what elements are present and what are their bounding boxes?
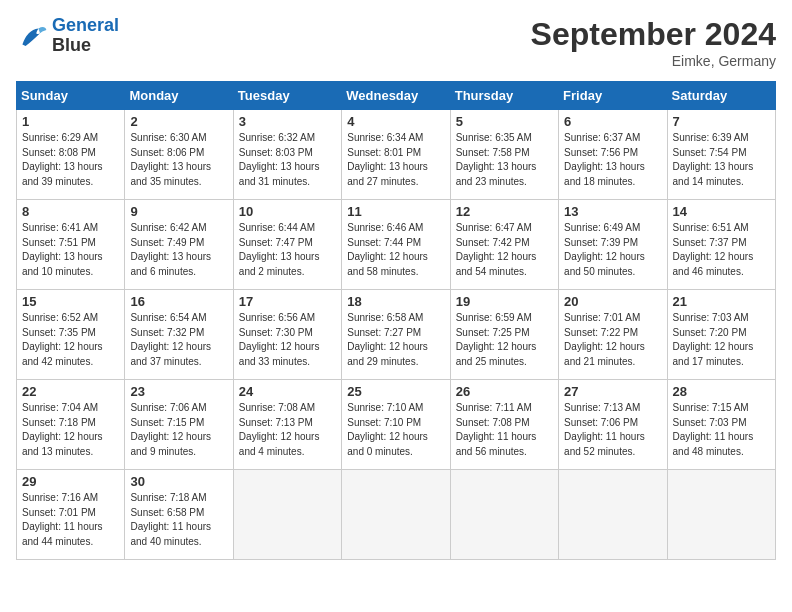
weekday-header-row: Sunday Monday Tuesday Wednesday Thursday…: [17, 82, 776, 110]
day-cell: 10 Sunrise: 6:44 AM Sunset: 7:47 PM Dayl…: [233, 200, 341, 290]
day-number: 9: [130, 204, 227, 219]
day-info: Sunrise: 6:32 AM Sunset: 8:03 PM Dayligh…: [239, 131, 336, 189]
header-thursday: Thursday: [450, 82, 558, 110]
day-info: Sunrise: 6:35 AM Sunset: 7:58 PM Dayligh…: [456, 131, 553, 189]
day-cell: 27 Sunrise: 7:13 AM Sunset: 7:06 PM Dayl…: [559, 380, 667, 470]
empty-cell: [233, 470, 341, 560]
header-monday: Monday: [125, 82, 233, 110]
day-number: 26: [456, 384, 553, 399]
calendar-row: 1 Sunrise: 6:29 AM Sunset: 8:08 PM Dayli…: [17, 110, 776, 200]
day-cell: 24 Sunrise: 7:08 AM Sunset: 7:13 PM Dayl…: [233, 380, 341, 470]
day-cell: 20 Sunrise: 7:01 AM Sunset: 7:22 PM Dayl…: [559, 290, 667, 380]
day-cell: 5 Sunrise: 6:35 AM Sunset: 7:58 PM Dayli…: [450, 110, 558, 200]
day-info: Sunrise: 7:11 AM Sunset: 7:08 PM Dayligh…: [456, 401, 553, 459]
day-number: 10: [239, 204, 336, 219]
day-cell: 23 Sunrise: 7:06 AM Sunset: 7:15 PM Dayl…: [125, 380, 233, 470]
day-number: 25: [347, 384, 444, 399]
day-info: Sunrise: 7:01 AM Sunset: 7:22 PM Dayligh…: [564, 311, 661, 369]
day-info: Sunrise: 6:56 AM Sunset: 7:30 PM Dayligh…: [239, 311, 336, 369]
page-header: General Blue September 2024 Eimke, Germa…: [16, 16, 776, 69]
day-number: 13: [564, 204, 661, 219]
day-number: 11: [347, 204, 444, 219]
day-cell: 16 Sunrise: 6:54 AM Sunset: 7:32 PM Dayl…: [125, 290, 233, 380]
empty-cell: [342, 470, 450, 560]
empty-cell: [450, 470, 558, 560]
day-info: Sunrise: 6:29 AM Sunset: 8:08 PM Dayligh…: [22, 131, 119, 189]
day-cell: 25 Sunrise: 7:10 AM Sunset: 7:10 PM Dayl…: [342, 380, 450, 470]
day-number: 24: [239, 384, 336, 399]
calendar-row: 29 Sunrise: 7:16 AM Sunset: 7:01 PM Dayl…: [17, 470, 776, 560]
day-number: 14: [673, 204, 770, 219]
day-info: Sunrise: 6:54 AM Sunset: 7:32 PM Dayligh…: [130, 311, 227, 369]
day-info: Sunrise: 6:49 AM Sunset: 7:39 PM Dayligh…: [564, 221, 661, 279]
day-number: 12: [456, 204, 553, 219]
empty-cell: [559, 470, 667, 560]
header-friday: Friday: [559, 82, 667, 110]
day-info: Sunrise: 6:41 AM Sunset: 7:51 PM Dayligh…: [22, 221, 119, 279]
location-subtitle: Eimke, Germany: [531, 53, 776, 69]
day-number: 8: [22, 204, 119, 219]
day-number: 5: [456, 114, 553, 129]
day-cell: 29 Sunrise: 7:16 AM Sunset: 7:01 PM Dayl…: [17, 470, 125, 560]
day-info: Sunrise: 6:37 AM Sunset: 7:56 PM Dayligh…: [564, 131, 661, 189]
day-info: Sunrise: 7:10 AM Sunset: 7:10 PM Dayligh…: [347, 401, 444, 459]
day-info: Sunrise: 6:52 AM Sunset: 7:35 PM Dayligh…: [22, 311, 119, 369]
day-number: 17: [239, 294, 336, 309]
day-cell: 12 Sunrise: 6:47 AM Sunset: 7:42 PM Dayl…: [450, 200, 558, 290]
month-title: September 2024: [531, 16, 776, 53]
day-info: Sunrise: 6:34 AM Sunset: 8:01 PM Dayligh…: [347, 131, 444, 189]
day-info: Sunrise: 6:39 AM Sunset: 7:54 PM Dayligh…: [673, 131, 770, 189]
day-info: Sunrise: 6:46 AM Sunset: 7:44 PM Dayligh…: [347, 221, 444, 279]
empty-cell: [667, 470, 775, 560]
day-number: 3: [239, 114, 336, 129]
day-cell: 17 Sunrise: 6:56 AM Sunset: 7:30 PM Dayl…: [233, 290, 341, 380]
day-number: 21: [673, 294, 770, 309]
header-wednesday: Wednesday: [342, 82, 450, 110]
day-cell: 6 Sunrise: 6:37 AM Sunset: 7:56 PM Dayli…: [559, 110, 667, 200]
day-info: Sunrise: 6:30 AM Sunset: 8:06 PM Dayligh…: [130, 131, 227, 189]
day-info: Sunrise: 7:16 AM Sunset: 7:01 PM Dayligh…: [22, 491, 119, 549]
day-info: Sunrise: 6:59 AM Sunset: 7:25 PM Dayligh…: [456, 311, 553, 369]
day-number: 20: [564, 294, 661, 309]
day-number: 2: [130, 114, 227, 129]
day-number: 7: [673, 114, 770, 129]
day-number: 30: [130, 474, 227, 489]
day-number: 19: [456, 294, 553, 309]
day-cell: 13 Sunrise: 6:49 AM Sunset: 7:39 PM Dayl…: [559, 200, 667, 290]
day-cell: 18 Sunrise: 6:58 AM Sunset: 7:27 PM Dayl…: [342, 290, 450, 380]
day-info: Sunrise: 7:15 AM Sunset: 7:03 PM Dayligh…: [673, 401, 770, 459]
day-cell: 21 Sunrise: 7:03 AM Sunset: 7:20 PM Dayl…: [667, 290, 775, 380]
logo: General Blue: [16, 16, 119, 56]
day-info: Sunrise: 6:42 AM Sunset: 7:49 PM Dayligh…: [130, 221, 227, 279]
day-number: 4: [347, 114, 444, 129]
day-cell: 8 Sunrise: 6:41 AM Sunset: 7:51 PM Dayli…: [17, 200, 125, 290]
day-info: Sunrise: 7:18 AM Sunset: 6:58 PM Dayligh…: [130, 491, 227, 549]
day-cell: 2 Sunrise: 6:30 AM Sunset: 8:06 PM Dayli…: [125, 110, 233, 200]
day-number: 23: [130, 384, 227, 399]
header-saturday: Saturday: [667, 82, 775, 110]
day-info: Sunrise: 7:03 AM Sunset: 7:20 PM Dayligh…: [673, 311, 770, 369]
calendar-row: 15 Sunrise: 6:52 AM Sunset: 7:35 PM Dayl…: [17, 290, 776, 380]
day-info: Sunrise: 6:58 AM Sunset: 7:27 PM Dayligh…: [347, 311, 444, 369]
day-number: 28: [673, 384, 770, 399]
day-number: 22: [22, 384, 119, 399]
calendar-row: 8 Sunrise: 6:41 AM Sunset: 7:51 PM Dayli…: [17, 200, 776, 290]
day-cell: 26 Sunrise: 7:11 AM Sunset: 7:08 PM Dayl…: [450, 380, 558, 470]
day-cell: 4 Sunrise: 6:34 AM Sunset: 8:01 PM Dayli…: [342, 110, 450, 200]
day-info: Sunrise: 7:13 AM Sunset: 7:06 PM Dayligh…: [564, 401, 661, 459]
calendar-row: 22 Sunrise: 7:04 AM Sunset: 7:18 PM Dayl…: [17, 380, 776, 470]
day-number: 15: [22, 294, 119, 309]
day-number: 1: [22, 114, 119, 129]
day-cell: 9 Sunrise: 6:42 AM Sunset: 7:49 PM Dayli…: [125, 200, 233, 290]
day-info: Sunrise: 6:47 AM Sunset: 7:42 PM Dayligh…: [456, 221, 553, 279]
day-cell: 11 Sunrise: 6:46 AM Sunset: 7:44 PM Dayl…: [342, 200, 450, 290]
day-cell: 7 Sunrise: 6:39 AM Sunset: 7:54 PM Dayli…: [667, 110, 775, 200]
day-number: 27: [564, 384, 661, 399]
day-number: 6: [564, 114, 661, 129]
day-cell: 15 Sunrise: 6:52 AM Sunset: 7:35 PM Dayl…: [17, 290, 125, 380]
day-cell: 30 Sunrise: 7:18 AM Sunset: 6:58 PM Dayl…: [125, 470, 233, 560]
day-info: Sunrise: 7:08 AM Sunset: 7:13 PM Dayligh…: [239, 401, 336, 459]
day-info: Sunrise: 6:51 AM Sunset: 7:37 PM Dayligh…: [673, 221, 770, 279]
calendar-table: Sunday Monday Tuesday Wednesday Thursday…: [16, 81, 776, 560]
day-cell: 28 Sunrise: 7:15 AM Sunset: 7:03 PM Dayl…: [667, 380, 775, 470]
